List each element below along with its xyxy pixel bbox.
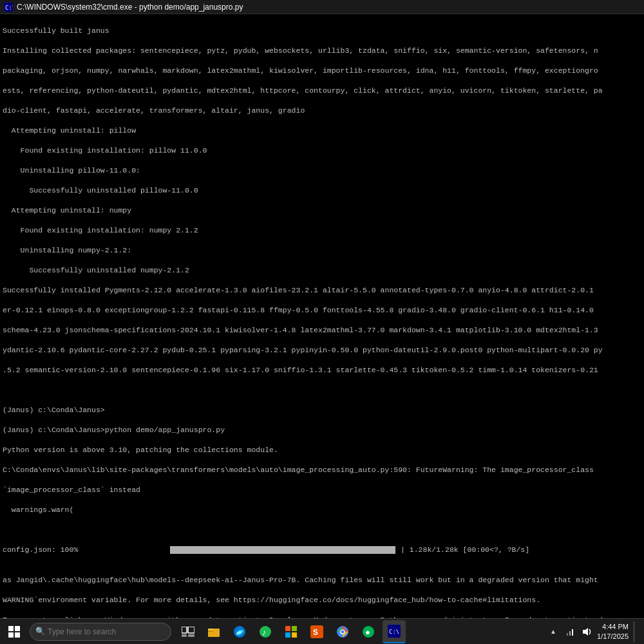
taskbar-app-icons: ♪ S	[176, 620, 406, 643]
term-line-25: warnings.warn(	[3, 505, 641, 515]
edge-button[interactable]	[228, 620, 251, 643]
chrome-button[interactable]	[331, 620, 354, 643]
tray-arrow-icon[interactable]: ▲	[547, 625, 560, 638]
svg-text:●: ●	[365, 628, 370, 638]
network-icon[interactable]	[564, 625, 576, 638]
orange-app-button[interactable]: S	[305, 620, 328, 643]
svg-rect-15	[292, 632, 297, 638]
term-line-5: dio-client, fastapi, accelerate, transfo…	[3, 106, 641, 116]
tray-time[interactable]: 4:44 PM 1/17/2025	[597, 622, 629, 641]
term-line-7: Found existing installation: pillow 11.0…	[3, 146, 641, 156]
term-line-15: er-0.12.1 einops-0.8.0 exceptiongroup-1.…	[3, 305, 641, 316]
term-line-23: C:\Conda\envs\Janus\lib\site-packages\tr…	[3, 465, 641, 475]
search-icon: 🔍	[35, 627, 45, 636]
term-line-13: Successfully uninstalled numpy-2.1.2	[3, 265, 641, 276]
term-line-11: Found existing installation: numpy 2.1.2	[3, 225, 641, 236]
terminal-output: Successfully built janus Installing coll…	[0, 14, 644, 618]
term-line-2: Installing collected packages: sentencep…	[3, 46, 641, 56]
term-line-4: ests, referencing, python-dateutil, pyda…	[3, 86, 641, 96]
config-progress-row: config.json: 100% | 1.28k/1.28k [00:00<?…	[3, 545, 641, 555]
term-line-27: as Jangid\.cache\huggingface\hub\models-…	[3, 575, 641, 585]
svg-rect-3	[188, 627, 194, 633]
clock-time: 4:44 PM	[597, 622, 629, 631]
term-line-1: Successfully built janus	[3, 26, 641, 36]
svg-rect-14	[285, 632, 290, 638]
term-line-12: Uninstalling numpy-2.1.2:	[3, 245, 641, 256]
start-button[interactable]	[3, 620, 26, 643]
term-line-28: WARNING`environment variable. For more d…	[3, 595, 641, 605]
svg-point-21	[341, 630, 345, 633]
svg-rect-4	[182, 634, 187, 637]
config-progress-info: | 1.28k/1.28k [00:00<?, ?B/s]	[401, 545, 529, 555]
taskbar: 🔍	[0, 618, 644, 644]
term-line-18: .5.2 semantic-version-2.10.0 sentencepie…	[3, 365, 641, 375]
config-progress-fill	[170, 546, 395, 554]
term-line-3: packaging, orjson, numpy, narwhals, mark…	[3, 66, 641, 76]
term-line-6: Attempting uninstall: pillow	[3, 126, 641, 136]
file-explorer-button[interactable]	[202, 620, 225, 643]
term-line-20: (Janus) c:\Conda\Janus>	[3, 405, 641, 415]
svg-text:S: S	[313, 628, 318, 638]
svg-marker-29	[583, 628, 588, 636]
svg-rect-13	[292, 626, 297, 631]
svg-text:C:\: C:\	[389, 629, 399, 635]
cmd-icon: C:\	[4, 3, 13, 12]
svg-rect-5	[188, 634, 194, 637]
term-line-blank	[3, 385, 641, 395]
term-line-9: Successfully uninstalled pillow-11.0.0	[3, 185, 641, 196]
svg-rect-2	[182, 627, 187, 633]
svg-rect-8	[208, 629, 213, 630]
term-line-24: `image_processor_class` instead	[3, 485, 641, 495]
term-line-21: (Janus) c:\Conda\Janus>python demo/app_j…	[3, 425, 641, 435]
title-bar: C:\ C:\WINDOWS\system32\cmd.exe - python…	[0, 0, 644, 14]
config-progress-label: config.json: 100%	[3, 545, 170, 555]
term-line-10: Attempting uninstall: numpy	[3, 205, 641, 216]
term-line-14: Successfully installed Pygments-2.12.0 a…	[3, 285, 641, 296]
term-line-22: Python version is above 3.10, patching t…	[3, 445, 641, 455]
task-view-button[interactable]	[176, 620, 200, 643]
show-desktop-button[interactable]	[634, 621, 636, 642]
window-title: C:\WINDOWS\system32\cmd.exe - python dem…	[17, 3, 640, 12]
clock-date: 1/17/2025	[597, 632, 629, 641]
taskbar-search-input[interactable]	[48, 627, 151, 636]
taskbar-search-bar[interactable]: 🔍	[30, 623, 171, 641]
term-line-8: Uninstalling pillow-11.0.0:	[3, 166, 641, 176]
system-tray: ▲ 4:44 PM 1/17/2025	[547, 621, 641, 642]
svg-rect-26	[567, 633, 568, 636]
svg-rect-28	[572, 629, 573, 636]
term-line-17: ydantic-2.10.6 pydantic-core-2.27.2 pydu…	[3, 345, 641, 355]
svg-text:C:\: C:\	[5, 5, 13, 11]
cmd-taskbar-button[interactable]: C:\	[383, 620, 406, 643]
config-progress-bar	[170, 546, 395, 554]
volume-icon[interactable]	[580, 625, 593, 638]
green-app-button[interactable]: ●	[357, 620, 380, 643]
term-line-16: schema-4.23.0 jsonschema-specifications-…	[3, 325, 641, 336]
svg-rect-27	[569, 631, 571, 636]
svg-text:♪: ♪	[261, 628, 267, 638]
media-button[interactable]: ♪	[254, 620, 277, 643]
svg-rect-12	[285, 626, 290, 631]
colorful-app-button[interactable]	[279, 620, 303, 643]
